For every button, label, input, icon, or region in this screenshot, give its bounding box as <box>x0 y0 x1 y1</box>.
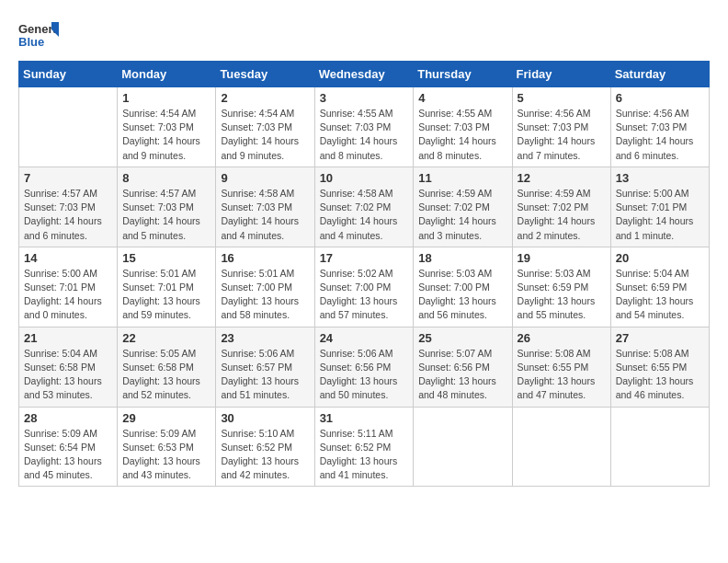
day-info: Sunrise: 4:54 AM Sunset: 7:03 PM Dayligh… <box>221 107 309 163</box>
day-info: Sunrise: 5:01 AM Sunset: 7:00 PM Dayligh… <box>221 267 309 323</box>
day-info: Sunrise: 5:05 AM Sunset: 6:58 PM Dayligh… <box>122 347 210 403</box>
calendar-cell: 3Sunrise: 4:55 AM Sunset: 7:03 PM Daylig… <box>314 87 414 167</box>
day-info: Sunrise: 5:10 AM Sunset: 6:52 PM Dayligh… <box>221 427 309 483</box>
page-header: General Blue <box>18 18 710 52</box>
calendar-table: SundayMondayTuesdayWednesdayThursdayFrid… <box>18 61 710 487</box>
calendar-cell <box>19 87 118 167</box>
day-info: Sunrise: 4:57 AM Sunset: 7:03 PM Dayligh… <box>24 187 112 243</box>
day-header-monday: Monday <box>118 62 216 87</box>
day-info: Sunrise: 4:57 AM Sunset: 7:03 PM Dayligh… <box>122 187 210 243</box>
day-info: Sunrise: 5:04 AM Sunset: 6:58 PM Dayligh… <box>24 347 112 403</box>
calendar-cell: 26Sunrise: 5:08 AM Sunset: 6:55 PM Dayli… <box>512 327 610 407</box>
day-number: 25 <box>418 331 506 345</box>
day-info: Sunrise: 5:07 AM Sunset: 6:56 PM Dayligh… <box>418 347 506 403</box>
calendar-week-5: 28Sunrise: 5:09 AM Sunset: 6:54 PM Dayli… <box>19 407 710 487</box>
calendar-header-row: SundayMondayTuesdayWednesdayThursdayFrid… <box>19 62 710 87</box>
day-number: 29 <box>122 411 210 425</box>
day-info: Sunrise: 4:56 AM Sunset: 7:03 PM Dayligh… <box>518 107 606 163</box>
day-number: 3 <box>320 91 409 105</box>
day-number: 15 <box>122 251 210 265</box>
day-number: 2 <box>221 91 309 105</box>
day-info: Sunrise: 4:55 AM Sunset: 7:03 PM Dayligh… <box>320 107 409 163</box>
day-info: Sunrise: 5:00 AM Sunset: 7:01 PM Dayligh… <box>24 267 112 323</box>
calendar-cell: 31Sunrise: 5:11 AM Sunset: 6:52 PM Dayli… <box>314 407 414 487</box>
day-header-friday: Friday <box>512 62 610 87</box>
calendar-cell: 29Sunrise: 5:09 AM Sunset: 6:53 PM Dayli… <box>118 407 216 487</box>
calendar-cell: 8Sunrise: 4:57 AM Sunset: 7:03 PM Daylig… <box>118 167 216 247</box>
day-info: Sunrise: 4:56 AM Sunset: 7:03 PM Dayligh… <box>616 107 704 163</box>
calendar-cell: 30Sunrise: 5:10 AM Sunset: 6:52 PM Dayli… <box>216 407 314 487</box>
day-header-saturday: Saturday <box>610 62 709 87</box>
calendar-cell: 18Sunrise: 5:03 AM Sunset: 7:00 PM Dayli… <box>414 247 512 327</box>
calendar-cell: 20Sunrise: 5:04 AM Sunset: 6:59 PM Dayli… <box>610 247 709 327</box>
day-info: Sunrise: 4:55 AM Sunset: 7:03 PM Dayligh… <box>418 107 506 163</box>
calendar-cell: 4Sunrise: 4:55 AM Sunset: 7:03 PM Daylig… <box>414 87 512 167</box>
calendar-cell: 6Sunrise: 4:56 AM Sunset: 7:03 PM Daylig… <box>610 87 709 167</box>
day-number: 20 <box>616 251 704 265</box>
calendar-cell: 2Sunrise: 4:54 AM Sunset: 7:03 PM Daylig… <box>216 87 314 167</box>
day-info: Sunrise: 5:03 AM Sunset: 7:00 PM Dayligh… <box>418 267 506 323</box>
calendar-cell: 7Sunrise: 4:57 AM Sunset: 7:03 PM Daylig… <box>19 167 118 247</box>
day-info: Sunrise: 4:58 AM Sunset: 7:02 PM Dayligh… <box>320 187 409 243</box>
day-info: Sunrise: 5:04 AM Sunset: 6:59 PM Dayligh… <box>616 267 704 323</box>
day-number: 9 <box>221 171 309 185</box>
day-header-wednesday: Wednesday <box>314 62 414 87</box>
logo-icon: General Blue <box>18 18 59 52</box>
calendar-cell: 13Sunrise: 5:00 AM Sunset: 7:01 PM Dayli… <box>610 167 709 247</box>
calendar-cell <box>414 407 512 487</box>
day-info: Sunrise: 5:09 AM Sunset: 6:54 PM Dayligh… <box>24 427 112 483</box>
day-info: Sunrise: 5:03 AM Sunset: 6:59 PM Dayligh… <box>518 267 606 323</box>
calendar-cell <box>610 407 709 487</box>
day-number: 6 <box>616 91 704 105</box>
day-number: 21 <box>24 331 112 345</box>
day-info: Sunrise: 5:06 AM Sunset: 6:56 PM Dayligh… <box>320 347 409 403</box>
calendar-cell: 1Sunrise: 4:54 AM Sunset: 7:03 PM Daylig… <box>118 87 216 167</box>
day-info: Sunrise: 4:59 AM Sunset: 7:02 PM Dayligh… <box>518 187 606 243</box>
day-number: 7 <box>24 171 112 185</box>
day-number: 1 <box>122 91 210 105</box>
calendar-cell: 12Sunrise: 4:59 AM Sunset: 7:02 PM Dayli… <box>512 167 610 247</box>
day-info: Sunrise: 4:54 AM Sunset: 7:03 PM Dayligh… <box>122 107 210 163</box>
day-info: Sunrise: 5:06 AM Sunset: 6:57 PM Dayligh… <box>221 347 309 403</box>
calendar-cell: 24Sunrise: 5:06 AM Sunset: 6:56 PM Dayli… <box>314 327 414 407</box>
day-number: 28 <box>24 411 112 425</box>
day-header-thursday: Thursday <box>414 62 512 87</box>
calendar-week-3: 14Sunrise: 5:00 AM Sunset: 7:01 PM Dayli… <box>19 247 710 327</box>
calendar-week-2: 7Sunrise: 4:57 AM Sunset: 7:03 PM Daylig… <box>19 167 710 247</box>
calendar-week-1: 1Sunrise: 4:54 AM Sunset: 7:03 PM Daylig… <box>19 87 710 167</box>
calendar-week-4: 21Sunrise: 5:04 AM Sunset: 6:58 PM Dayli… <box>19 327 710 407</box>
day-info: Sunrise: 5:09 AM Sunset: 6:53 PM Dayligh… <box>122 427 210 483</box>
calendar-cell: 23Sunrise: 5:06 AM Sunset: 6:57 PM Dayli… <box>216 327 314 407</box>
day-number: 26 <box>518 331 606 345</box>
day-info: Sunrise: 4:59 AM Sunset: 7:02 PM Dayligh… <box>418 187 506 243</box>
calendar-cell: 16Sunrise: 5:01 AM Sunset: 7:00 PM Dayli… <box>216 247 314 327</box>
day-number: 23 <box>221 331 309 345</box>
calendar-cell: 21Sunrise: 5:04 AM Sunset: 6:58 PM Dayli… <box>19 327 118 407</box>
day-info: Sunrise: 5:02 AM Sunset: 7:00 PM Dayligh… <box>320 267 409 323</box>
day-number: 22 <box>122 331 210 345</box>
day-number: 18 <box>418 251 506 265</box>
calendar-cell: 27Sunrise: 5:08 AM Sunset: 6:55 PM Dayli… <box>610 327 709 407</box>
day-number: 11 <box>418 171 506 185</box>
day-number: 8 <box>122 171 210 185</box>
day-number: 30 <box>221 411 309 425</box>
calendar-cell: 25Sunrise: 5:07 AM Sunset: 6:56 PM Dayli… <box>414 327 512 407</box>
calendar-cell: 14Sunrise: 5:00 AM Sunset: 7:01 PM Dayli… <box>19 247 118 327</box>
day-info: Sunrise: 5:11 AM Sunset: 6:52 PM Dayligh… <box>320 427 409 483</box>
day-number: 31 <box>320 411 409 425</box>
logo: General Blue <box>18 18 59 52</box>
day-number: 19 <box>518 251 606 265</box>
calendar-cell: 10Sunrise: 4:58 AM Sunset: 7:02 PM Dayli… <box>314 167 414 247</box>
day-number: 10 <box>320 171 409 185</box>
calendar-cell: 17Sunrise: 5:02 AM Sunset: 7:00 PM Dayli… <box>314 247 414 327</box>
svg-text:Blue: Blue <box>18 35 44 49</box>
calendar-cell: 28Sunrise: 5:09 AM Sunset: 6:54 PM Dayli… <box>19 407 118 487</box>
day-info: Sunrise: 5:08 AM Sunset: 6:55 PM Dayligh… <box>616 347 704 403</box>
day-number: 12 <box>518 171 606 185</box>
calendar-cell: 15Sunrise: 5:01 AM Sunset: 7:01 PM Dayli… <box>118 247 216 327</box>
day-number: 13 <box>616 171 704 185</box>
calendar-cell: 11Sunrise: 4:59 AM Sunset: 7:02 PM Dayli… <box>414 167 512 247</box>
day-number: 5 <box>518 91 606 105</box>
day-header-tuesday: Tuesday <box>216 62 314 87</box>
day-number: 27 <box>616 331 704 345</box>
